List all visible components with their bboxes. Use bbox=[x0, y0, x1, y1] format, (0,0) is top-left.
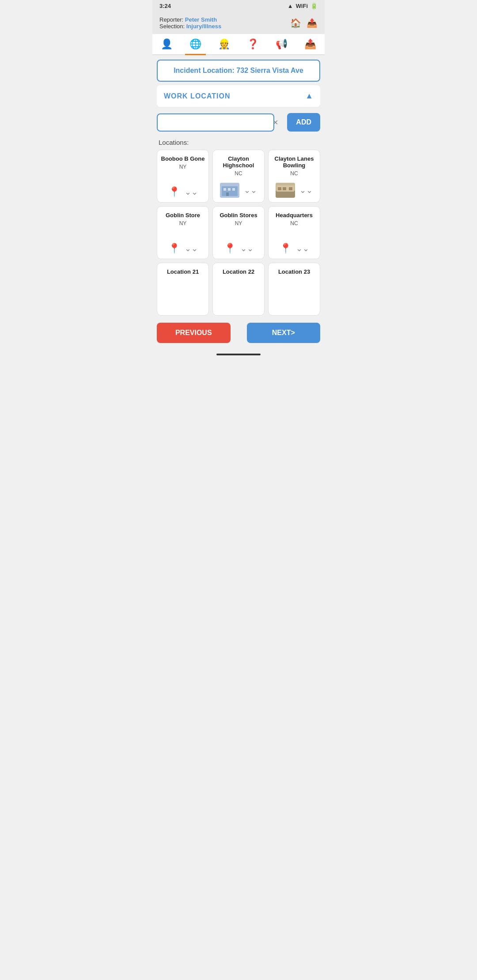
reporter-row: Reporter: Peter Smith bbox=[159, 16, 221, 23]
location-card-clayton-highschool[interactable]: Clayton Highschool NC ⌄⌄ bbox=[212, 150, 265, 203]
loc-state: NC bbox=[290, 170, 298, 177]
chevron-down-icon: ⌄⌄ bbox=[185, 244, 198, 253]
home-icon[interactable]: 🏠 bbox=[290, 18, 301, 28]
location-card-location-21[interactable]: Location 21 bbox=[157, 263, 209, 316]
pin-icon: 📍 bbox=[224, 243, 236, 254]
location-card-clayton-lanes-bowling[interactable]: Clayton Lanes Bowling NC ⌄⌄ bbox=[268, 150, 320, 203]
location-card-location-22[interactable]: Location 22 bbox=[212, 263, 265, 316]
location-thumbnail bbox=[276, 183, 295, 198]
svg-rect-1 bbox=[222, 186, 238, 196]
loc-name: Headquarters bbox=[276, 212, 313, 219]
tab-question[interactable]: ❓ bbox=[242, 36, 263, 53]
nav-tabs: 👤 🌐 👷 ❓ 📢 📤 bbox=[152, 34, 325, 55]
home-bar bbox=[216, 354, 261, 355]
incident-banner: Incident Location: 732 Sierra Vista Ave bbox=[157, 60, 320, 82]
pin-icon: 📍 bbox=[168, 243, 180, 254]
loc-state: NY bbox=[179, 220, 187, 226]
work-location-title: WORK LOCATION bbox=[164, 92, 230, 100]
svg-rect-9 bbox=[278, 187, 281, 190]
work-location-header[interactable]: WORK LOCATION ▲ bbox=[157, 85, 320, 107]
export-icon[interactable]: 📤 bbox=[307, 18, 318, 28]
location-card-goblin-store[interactable]: Goblin Store NY 📍 ⌄⌄ bbox=[157, 206, 209, 259]
signal-icon: ▲ bbox=[288, 3, 293, 9]
svg-rect-4 bbox=[232, 188, 235, 191]
status-time: 3:24 bbox=[159, 3, 171, 9]
svg-rect-10 bbox=[283, 187, 286, 190]
tab-globe[interactable]: 🌐 bbox=[185, 36, 206, 53]
loc-state: NY bbox=[179, 164, 187, 170]
location-card-location-23[interactable]: Location 23 bbox=[268, 263, 320, 316]
selection-label: Selection: bbox=[159, 23, 185, 30]
loc-state: NC bbox=[290, 220, 298, 226]
location-grid: Booboo B Gone NY 📍 ⌄⌄ Clayton Highschool… bbox=[152, 148, 325, 317]
card-bottom: 📍 ⌄⌄ bbox=[161, 243, 205, 254]
incident-location-text: Incident Location: 732 Sierra Vista Ave bbox=[174, 67, 303, 74]
tab-person[interactable]: 👤 bbox=[156, 36, 177, 53]
header-actions: 🏠 📤 bbox=[290, 18, 318, 28]
loc-name: Location 22 bbox=[223, 268, 254, 275]
search-input[interactable] bbox=[157, 113, 274, 132]
status-icons: ▲ WiFi 🔋 bbox=[288, 3, 318, 9]
loc-name: Location 21 bbox=[167, 268, 199, 275]
chevron-down-icon: ⌄⌄ bbox=[185, 187, 198, 197]
loc-name: Clayton Lanes Bowling bbox=[272, 155, 316, 169]
selection-row: Selection: Injury/Illness bbox=[159, 23, 221, 30]
home-indicator bbox=[152, 350, 325, 357]
loc-name: Goblin Stores bbox=[220, 212, 257, 219]
tab-worker[interactable]: 👷 bbox=[214, 36, 235, 53]
chevron-down-icon: ⌄⌄ bbox=[299, 185, 313, 195]
svg-rect-2 bbox=[223, 188, 226, 191]
pin-icon: 📍 bbox=[168, 186, 180, 198]
collapse-icon: ▲ bbox=[305, 91, 313, 101]
reporter-label: Reporter: bbox=[159, 16, 183, 23]
loc-name: Location 23 bbox=[278, 268, 310, 275]
svg-rect-7 bbox=[276, 191, 295, 198]
search-wrapper: 🔍 ✕ bbox=[157, 113, 283, 132]
header: Reporter: Peter Smith Selection: Injury/… bbox=[152, 12, 325, 34]
tab-upload[interactable]: 📤 bbox=[300, 36, 321, 53]
battery-icon: 🔋 bbox=[310, 3, 318, 9]
location-card-goblin-stores[interactable]: Goblin Stores NY 📍 ⌄⌄ bbox=[212, 206, 265, 259]
megaphone-icon: 📢 bbox=[276, 38, 288, 50]
chevron-down-icon: ⌄⌄ bbox=[296, 244, 309, 253]
loc-name: Goblin Store bbox=[166, 212, 200, 219]
add-button[interactable]: ADD bbox=[287, 113, 320, 132]
card-bottom: 📍 ⌄⌄ bbox=[216, 243, 261, 254]
svg-rect-11 bbox=[289, 187, 292, 190]
globe-icon: 🌐 bbox=[189, 38, 201, 50]
worker-icon: 👷 bbox=[218, 38, 230, 50]
card-bottom: ⌄⌄ bbox=[272, 183, 316, 198]
location-card-booboo-b-gone[interactable]: Booboo B Gone NY 📍 ⌄⌄ bbox=[157, 150, 209, 203]
locations-label: Locations: bbox=[152, 135, 325, 148]
chevron-down-icon: ⌄⌄ bbox=[240, 244, 254, 253]
bottom-nav: PREVIOUS NEXT> bbox=[152, 317, 325, 350]
search-row: 🔍 ✕ ADD bbox=[152, 107, 325, 135]
question-icon: ❓ bbox=[247, 38, 259, 50]
status-bar: 3:24 ▲ WiFi 🔋 bbox=[152, 0, 325, 12]
loc-name: Booboo B Gone bbox=[161, 155, 205, 162]
wifi-icon: WiFi bbox=[296, 3, 308, 9]
card-bottom: 📍 ⌄⌄ bbox=[272, 243, 316, 254]
loc-state: NC bbox=[235, 170, 242, 177]
card-bottom: ⌄⌄ bbox=[216, 183, 261, 198]
clear-icon[interactable]: ✕ bbox=[273, 118, 278, 127]
previous-button[interactable]: PREVIOUS bbox=[157, 323, 231, 343]
location-thumbnail bbox=[220, 183, 239, 198]
pin-icon: 📍 bbox=[280, 243, 292, 254]
location-card-headquarters[interactable]: Headquarters NC 📍 ⌄⌄ bbox=[268, 206, 320, 259]
svg-rect-3 bbox=[228, 188, 231, 191]
upload-icon: 📤 bbox=[304, 38, 316, 50]
loc-state: NY bbox=[235, 220, 242, 226]
selection-value: Injury/Illness bbox=[186, 23, 221, 30]
reporter-name: Peter Smith bbox=[185, 16, 217, 23]
card-bottom: 📍 ⌄⌄ bbox=[161, 186, 205, 198]
loc-name: Clayton Highschool bbox=[216, 155, 261, 169]
next-button[interactable]: NEXT> bbox=[247, 323, 321, 343]
header-info: Reporter: Peter Smith Selection: Injury/… bbox=[159, 16, 221, 30]
tab-megaphone[interactable]: 📢 bbox=[271, 36, 292, 53]
person-icon: 👤 bbox=[161, 38, 173, 50]
chevron-down-icon: ⌄⌄ bbox=[244, 185, 257, 195]
svg-rect-5 bbox=[226, 192, 229, 196]
